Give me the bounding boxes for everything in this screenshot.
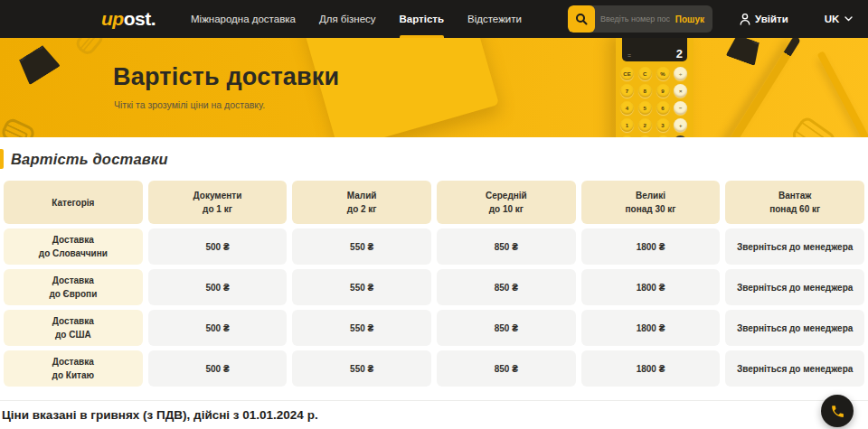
nav-item-pricing[interactable]: Вартість (388, 0, 457, 38)
calculator-graphic: 1+1 = 2 CE C % ÷ 7 8 9 × 4 5 6 − 1 2 3 + (616, 38, 693, 137)
table-header-cell: Малий до 2 кг (292, 181, 431, 224)
price-cell: 550 ₴ (292, 228, 431, 265)
paperclip-icon (73, 38, 106, 58)
calc-key: + (674, 118, 687, 132)
calc-key: % (656, 67, 670, 80)
chevron-down-icon (844, 16, 853, 22)
hero-title: Вартість доставки (113, 63, 339, 91)
table-header-cell: Середній до 10 кг (437, 181, 576, 224)
price-cell: 500 ₴ (148, 350, 288, 387)
main-nav: Міжнародна доставка Для бізнесу Вартість… (179, 0, 533, 38)
price-cell: 550 ₴ (292, 269, 431, 305)
calc-key: 7 (620, 84, 634, 98)
phone-icon (830, 404, 845, 419)
language-selector[interactable]: UK (825, 14, 854, 24)
logo-ost: ost. (124, 8, 156, 30)
tracking-search: Пошук (568, 5, 712, 33)
user-icon (740, 14, 750, 25)
calc-key: 9 (656, 84, 670, 98)
footer: Ціни вказані в гривнях (з ПДВ), дійсні з… (0, 400, 868, 429)
binder-clip-icon (15, 43, 61, 86)
pencil-graphic (817, 51, 868, 137)
calc-key: 1 (620, 118, 634, 132)
price-cell: 550 ₴ (292, 310, 431, 346)
price-cell: 850 ₴ (437, 228, 576, 265)
login-button[interactable]: Увійти (740, 14, 788, 25)
price-cell: 500 ₴ (148, 310, 288, 346)
language-label: UK (825, 14, 840, 24)
calc-key: 8 (638, 84, 652, 98)
nav-item-business[interactable]: Для бізнесу (307, 0, 388, 38)
calc-expression: 1+1 (674, 38, 683, 39)
category-cell: Доставка до Словаччини (4, 228, 143, 265)
search-button[interactable] (568, 5, 595, 33)
calc-key: CE (620, 67, 634, 80)
price-cell: 850 ₴ (437, 310, 576, 346)
table-header-cell: Вантаж понад 60 кг (725, 181, 864, 224)
page: upost. Міжнародна доставка Для бізнесу В… (0, 0, 868, 429)
price-cell: 550 ₴ (292, 350, 431, 387)
login-label: Увійти (755, 14, 788, 24)
calc-key: 4 (620, 101, 634, 115)
price-cell: 850 ₴ (437, 269, 576, 305)
binder-clip-icon (726, 38, 763, 66)
calculator-keys: CE C % ÷ 7 8 9 × 4 5 6 − 1 2 3 + % 0 . = (620, 67, 689, 137)
nav-item-international[interactable]: Міжнародна доставка (179, 0, 307, 38)
calc-key: 0 (638, 135, 652, 137)
logo[interactable]: upost. (101, 8, 156, 30)
top-navigation: upost. Міжнародна доставка Для бізнесу В… (0, 0, 868, 38)
accent-bar (0, 149, 4, 169)
hero-subtitle: Чіткі та зрозумілі ціни на доставку. (114, 99, 265, 110)
search-icon (575, 13, 588, 25)
price-cell: 1800 ₴ (581, 228, 721, 265)
category-cell: Доставка до Європи (4, 269, 143, 305)
hero-banner: 1+1 = 2 CE C % ÷ 7 8 9 × 4 5 6 − 1 2 3 + (0, 38, 868, 137)
calc-result: 2 (676, 47, 683, 61)
search-submit-label[interactable]: Пошук (675, 14, 704, 24)
calc-key: 5 (638, 101, 652, 115)
nav-item-track[interactable]: Відстежити (456, 0, 533, 38)
price-cell: Зверніться до менеджера (725, 310, 864, 346)
price-cell: 1800 ₴ (581, 310, 721, 346)
phone-fab-button[interactable] (821, 395, 854, 427)
calc-key: % (620, 135, 634, 137)
calc-key: − (674, 101, 687, 115)
calc-key: × (674, 84, 687, 98)
table-header-cell: Категорія (4, 181, 143, 224)
price-cell: 500 ₴ (148, 228, 288, 265)
calc-key: . (656, 135, 670, 137)
table-header-cell: Великі понад 30 кг (581, 181, 721, 224)
calc-key: ÷ (674, 67, 687, 80)
paperclip-icon (0, 117, 36, 137)
calc-key: 6 (656, 101, 670, 115)
calc-key: 3 (656, 118, 670, 132)
category-cell: Доставка до Китаю (4, 350, 143, 387)
calc-equals-hint: = (627, 52, 631, 59)
price-cell: 850 ₴ (437, 350, 576, 387)
category-cell: Доставка до США (4, 310, 143, 346)
calc-key: C (638, 67, 652, 80)
price-cell: Зверніться до менеджера (725, 228, 864, 265)
price-cell: 500 ₴ (148, 269, 288, 305)
logo-up: up (101, 8, 124, 30)
price-cell: 1800 ₴ (581, 269, 721, 305)
price-cell: Зверніться до менеджера (725, 269, 864, 305)
table-header-cell: Документи до 1 кг (148, 181, 288, 224)
paperclip-icon (789, 115, 837, 137)
calc-key: 2 (638, 118, 652, 132)
pricing-table: Категорія Документи до 1 кг Малий до 2 к… (0, 181, 868, 387)
calc-key: = (674, 135, 687, 137)
price-cell: Зверніться до менеджера (725, 350, 864, 387)
price-cell: 1800 ₴ (581, 350, 721, 387)
calculator-display: 1+1 = 2 (622, 38, 687, 61)
section-title: Вартість доставки (11, 151, 168, 168)
pricing-disclaimer: Ціни вказані в гривнях (з ПДВ), дійсні з… (0, 408, 318, 422)
section-heading: Вартість доставки (0, 148, 868, 170)
search-input[interactable] (595, 14, 675, 23)
